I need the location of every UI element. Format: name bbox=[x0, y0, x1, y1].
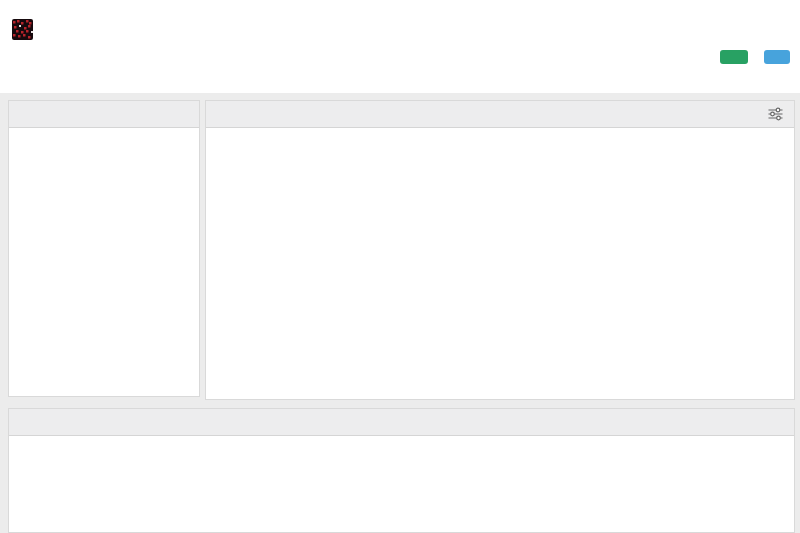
chart-tabbar bbox=[206, 101, 794, 128]
page-header bbox=[0, 0, 800, 93]
subscribe-button[interactable] bbox=[720, 50, 748, 64]
chart-panel bbox=[205, 100, 795, 400]
copy-button[interactable] bbox=[764, 50, 790, 64]
chart-settings-icon[interactable] bbox=[757, 101, 794, 127]
account-row bbox=[0, 11, 800, 40]
stats-sidebar bbox=[8, 100, 200, 397]
badge-row bbox=[0, 40, 800, 64]
account-avatar bbox=[12, 19, 33, 40]
chart-legend bbox=[206, 128, 794, 136]
sidebar-tabbar bbox=[9, 101, 199, 128]
periods-tabbar bbox=[9, 409, 794, 436]
periods-panel bbox=[8, 408, 795, 533]
